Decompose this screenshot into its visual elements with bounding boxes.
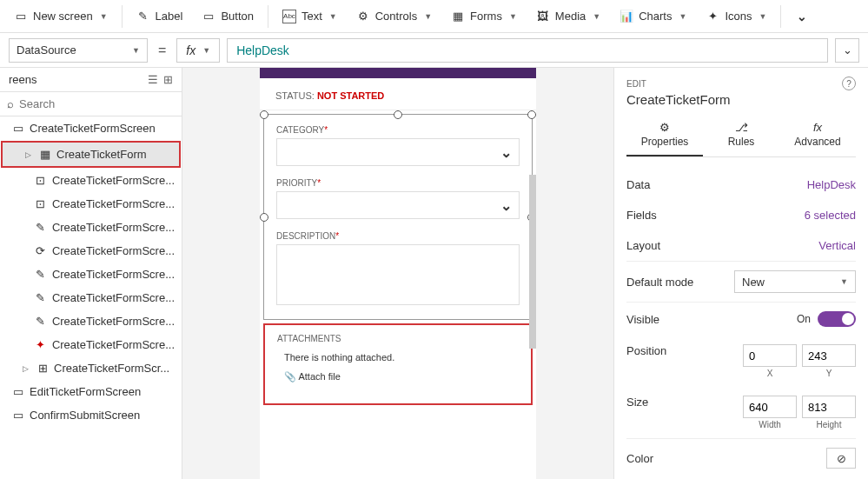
tree-item[interactable]: ⊡ CreateTicketFormScre... [0,192,182,216]
tree-item[interactable]: ⊡ CreateTicketFormScre... [0,169,182,192]
prop-layout-value[interactable]: Vertical [818,239,856,252]
chevron-down-icon: ▼ [202,46,210,55]
category-dropdown[interactable]: ⌄ [276,138,520,166]
media-button[interactable]: 🖼 Media ▼ [527,6,609,27]
selection-handle[interactable] [394,110,402,119]
properties-header: EDIT ? CreateTicketForm ⚙ Properties ⎇ R… [614,68,868,161]
form-container: CATEGORY* ⌄ PRIORITY* ⌄ DESCRIPTION* ATT… [260,114,536,405]
size-width-input[interactable] [743,396,797,418]
chevron-down-icon: ▼ [329,12,337,21]
tree-item-editticketformscreen[interactable]: ▭ EditTicketFormScreen [0,380,182,403]
icons-button[interactable]: ✦ Icons ▼ [697,6,775,27]
formula-input[interactable]: HelpDesk [227,38,828,63]
selection-handle[interactable] [260,213,268,222]
position-x-input[interactable] [743,344,797,367]
status-value: NOT STARTED [317,90,384,101]
tree-item-createticketformscreen[interactable]: ▭ CreateTicketFormScreen [0,116,182,140]
new-screen-button[interactable]: ▭ New screen ▼ [5,6,116,27]
forms-label: Forms [470,10,502,23]
controls-button[interactable]: ⚙ Controls ▼ [348,6,441,27]
expand-formula-button[interactable]: ⌄ [835,38,859,63]
chevron-down-icon: ⌄ [843,43,852,57]
new-screen-label: New screen [33,10,93,23]
properties-tabs: ⚙ Properties ⎇ Rules fx Advanced [626,114,856,157]
prop-size: Size Width Height [626,387,856,439]
formula-bar: DataSource ▼ = fx ▼ HelpDesk ⌄ [0,33,868,68]
tree-search[interactable]: ⌕ [0,91,182,116]
tree-item[interactable]: ✎ CreateTicketFormScre... [0,263,182,286]
sliders-icon: ⚙ [630,121,699,134]
attachments-label: ATTACHMENTS [277,334,519,343]
description-field[interactable] [276,244,520,305]
text-icon: Abc [282,10,296,23]
prop-fields: Fields 6 selected [626,200,856,230]
status-label: STATUS: [275,90,315,101]
tree-item[interactable]: ✎ CreateTicketFormScre... [0,286,182,309]
tree-item-confirmsubmitscreen[interactable]: ▭ ConfirmSubmitScreen [0,403,182,427]
tree-item[interactable]: ⟳ CreateTicketFormScre... [0,239,182,263]
tab-advanced[interactable]: fx Advanced [779,114,856,156]
forms-button[interactable]: ▦ Forms ▼ [442,6,526,27]
category-label: CATEGORY* [276,125,520,135]
scrollbar[interactable] [529,175,536,349]
size-height-input[interactable] [802,396,856,418]
text-button[interactable]: Abc Text ▼ [274,6,346,27]
charts-label: Charts [639,10,672,23]
tree-item[interactable]: ✎ CreateTicketFormScre... [0,216,182,239]
prop-default-mode: Default mode New ▼ [626,262,856,303]
form-body-selected[interactable]: CATEGORY* ⌄ PRIORITY* ⌄ DESCRIPTION* [263,114,533,320]
priority-dropdown[interactable]: ⌄ [276,191,520,219]
ribbon-toolbar: ▭ New screen ▼ ✎ Label ▭ Button Abc Text… [0,0,868,33]
default-mode-select[interactable]: New ▼ [734,270,856,293]
attach-icon: 📎 [284,371,296,382]
attach-file-button[interactable]: 📎 Attach file [277,371,519,383]
tree-header: reens ☰ ⊞ [0,68,182,91]
canvas[interactable]: STATUS: NOT STARTED CATEGORY* ⌄ PRIORITY… [182,68,613,479]
chevron-down-icon: ⌄ [500,144,512,161]
button-button[interactable]: ▭ Button [193,6,262,27]
attach-file-label: Attach file [298,371,340,382]
screen-icon: ▭ [14,10,28,23]
screen-icon: ▭ [12,123,24,135]
expand-icon[interactable]: ▷ [23,364,31,373]
phone-preview[interactable]: STATUS: NOT STARTED CATEGORY* ⌄ PRIORITY… [260,68,536,479]
tab-properties[interactable]: ⚙ Properties [626,114,703,156]
tree-item[interactable]: ✦ CreateTicketFormScre... [0,333,182,356]
x-sublabel: X [767,369,773,378]
property-selector[interactable]: DataSource ▼ [9,38,148,63]
media-icon: 🖼 [536,10,550,23]
tree-item-createticketform[interactable]: ▷ ▦ CreateTicketForm [1,141,181,168]
no-color-icon: ⊘ [837,452,846,465]
edit-label: EDIT [626,79,646,89]
help-icon[interactable]: ? [842,77,856,90]
visible-toggle[interactable] [818,311,856,327]
select-value: New [742,276,765,289]
label-button[interactable]: ✎ Label [128,6,192,27]
tab-rules[interactable]: ⎇ Rules [703,114,779,156]
more-button[interactable]: ⌄ [786,6,818,27]
height-sublabel: Height [817,420,842,429]
fx-button[interactable]: fx ▼ [176,38,220,63]
tree-item-label: CreateTicketFormScre... [52,221,175,234]
attachments-card[interactable]: ATTACHMENTS There is nothing attached. 📎… [263,323,533,405]
attachments-empty-text: There is nothing attached. [277,352,519,363]
chevron-down-icon: ▼ [679,12,686,21]
list-view-icon[interactable]: ☰ [148,73,158,86]
color-picker[interactable]: ⊘ [826,448,856,469]
charts-button[interactable]: 📊 Charts ▼ [611,6,695,27]
prop-data: Data HelpDesk [626,170,856,200]
forms-icon: ▦ [451,10,465,23]
tree-item[interactable]: ✎ CreateTicketFormScre... [0,309,182,333]
description-label: DESCRIPTION* [276,231,520,241]
tree-item[interactable]: ▷ ⊞ CreateTicketFormScr... [0,356,182,380]
expand-icon[interactable]: ▷ [25,150,34,159]
group-icon: ⊞ [36,363,49,375]
prop-data-value[interactable]: HelpDesk [807,178,856,191]
datacard-icon: ⊡ [35,175,47,187]
position-y-input[interactable] [802,344,856,367]
selection-handle[interactable] [260,110,268,119]
search-input[interactable] [19,97,175,110]
grid-view-icon[interactable]: ⊞ [163,73,173,86]
selection-handle[interactable] [527,110,536,119]
prop-fields-value[interactable]: 6 selected [805,209,856,222]
